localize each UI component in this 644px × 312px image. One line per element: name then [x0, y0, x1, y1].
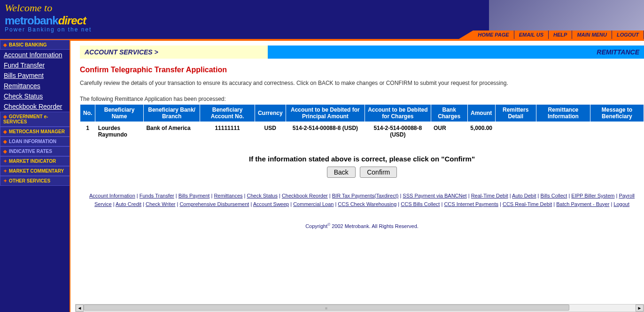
col-currency: Currency [255, 105, 286, 122]
footer-link[interactable]: Account Sweep [253, 201, 289, 207]
col-no: No. [80, 105, 95, 122]
sidebar-section-label: INDICATIVE RATES [9, 149, 52, 154]
footer-link[interactable]: Bills Payment [178, 193, 210, 198]
cell-beneficiary-name: Lourdes Raymundo [95, 122, 144, 141]
footer-link[interactable]: CCS Check Warehousing [338, 201, 396, 207]
nav-mainmenu[interactable]: MAIN MENU [572, 30, 612, 39]
nav-logout[interactable]: LOGOUT [612, 30, 644, 39]
col-remitters-detail: Remitters Detail [495, 105, 536, 122]
cell-amount: 5,000.00 [467, 122, 495, 141]
bullet-icon: ◆ [3, 139, 7, 144]
sidebar-item-check-status[interactable]: Check Status [0, 91, 70, 101]
col-debit-principal: Account to be Debited for Principal Amou… [286, 105, 365, 122]
footer-link[interactable]: Commercial Loan [293, 201, 334, 207]
sidebar-item-remittances[interactable]: Remittances [0, 81, 70, 91]
page-subtitle: Confirm Telegraphic Transfer Application [80, 66, 644, 74]
nav-email[interactable]: EMAIL US [514, 30, 549, 39]
scroll-left-arrow-icon[interactable]: ◄ [76, 304, 84, 312]
button-row: Back Confirm [80, 167, 644, 178]
sidebar-section-other[interactable]: ✦OTHER SERVICES [0, 176, 70, 186]
sidebar-item-account-info[interactable]: Account Information [0, 50, 70, 60]
back-button[interactable]: Back [327, 167, 356, 178]
footer-link[interactable]: Bills Collect [540, 193, 567, 198]
footer-link[interactable]: EIPP Biller System [571, 193, 614, 198]
col-debit-charges: Account to be Debited for Charges [365, 105, 431, 122]
footer-link[interactable]: CCS Bills Collect [401, 201, 440, 207]
footer-link[interactable]: Remittances [214, 193, 242, 198]
bullet-icon: ✦ [3, 159, 7, 164]
keyboard-image [489, 0, 644, 30]
horizontal-scrollbar[interactable]: ◄ ≡ ► [75, 304, 644, 312]
bullet-icon: ◆ [3, 129, 7, 134]
sidebar-section-basic[interactable]: ◆BASIC BANKING [0, 40, 70, 50]
table-header-row: No. Beneficiary Name Beneficiary Bank/ B… [80, 105, 644, 122]
footer-link[interactable]: Check Status [247, 193, 278, 198]
footer-link[interactable]: CCS Internet Payments [444, 201, 498, 207]
cell-remitters [495, 122, 536, 141]
footer-links: Account Information | Funds Transfer | B… [80, 192, 644, 208]
cell-no: 1 [80, 122, 95, 141]
footer-link[interactable]: Batch Payment - Buyer [556, 201, 609, 207]
sidebar-section-metrocash[interactable]: ◆METROCASH MANAGER [0, 127, 70, 137]
scroll-grip-icon: ≡ [325, 306, 328, 311]
logo-suffix: direct [58, 14, 86, 27]
logo-main: metrobank [5, 14, 58, 27]
cell-currency: USD [255, 122, 286, 141]
sidebar-item-checkbook-reorder[interactable]: Checkbook Reorder [0, 101, 70, 112]
main-content: ACCOUNT SERVICES > REMITTANCE Confirm Te… [70, 40, 644, 312]
sidebar-item-bills-payment[interactable]: Bills Payment [0, 70, 70, 81]
confirm-button[interactable]: Confirm [360, 167, 397, 178]
bullet-icon: ◆ [3, 149, 7, 154]
footer-link[interactable]: SSS Payment via BANCNet [403, 193, 466, 198]
footer-link[interactable]: Auto Credit [116, 201, 141, 207]
sidebar-section-label: LOAN INFORMATION [9, 139, 56, 144]
col-beneficiary-name: Beneficiary Name [95, 105, 144, 122]
sidebar-section-label: METROCASH MANAGER [9, 129, 65, 134]
scroll-track[interactable]: ≡ [84, 304, 636, 312]
nav-home[interactable]: HOME PAGE [473, 30, 514, 39]
sidebar-section-label: GOVERNMENT e-SERVICES [3, 114, 48, 124]
scroll-thumb[interactable]: ≡ [84, 304, 569, 311]
sidebar-section-label: MARKET INDICATOR [9, 159, 56, 164]
footer-link[interactable]: Auto Debit [512, 193, 536, 198]
cell-debit-charges: 514-2-514-00088-8 (USD) [365, 122, 431, 141]
cell-beneficiary-bank: Bank of America [143, 122, 200, 141]
bullet-icon: ◆ [3, 42, 7, 47]
instruction-text: Carefully review the details of your tra… [80, 80, 644, 86]
processed-note: The following Remittance Application has… [80, 96, 644, 102]
header-bar: Welcome to metrobankdirect Power Banking… [0, 0, 644, 40]
sidebar-section-gov[interactable]: ◆GOVERNMENT e-SERVICES [0, 112, 70, 127]
confirm-prompt: If the information stated above is corre… [80, 155, 644, 163]
sidebar-section-loan[interactable]: ◆LOAN INFORMATION [0, 137, 70, 146]
sidebar-section-label: BASIC BANKING [9, 42, 47, 47]
sidebar-item-fund-transfer[interactable]: Fund Transfer [0, 60, 70, 70]
breadcrumb: ACCOUNT SERVICES > [80, 46, 268, 59]
footer-link[interactable]: Funds Transfer [140, 193, 174, 198]
cell-beneficiary-account: 11111111 [200, 122, 255, 141]
sidebar-section-label: OTHER SERVICES [9, 178, 50, 183]
col-beneficiary-account: Beneficiary Account No. [200, 105, 255, 122]
cell-debit-principal: 514-2-514-00088-8 (USD) [286, 122, 365, 141]
scroll-right-arrow-icon[interactable]: ► [636, 304, 644, 312]
table-row: 1 Lourdes Raymundo Bank of America 11111… [80, 122, 644, 141]
title-bar: ACCOUNT SERVICES > REMITTANCE [80, 46, 644, 59]
sidebar-section-rates[interactable]: ◆INDICATIVE RATES [0, 146, 70, 156]
nav-slant-decoration [459, 30, 473, 39]
footer-link[interactable]: Checkbook Reorder [282, 193, 328, 198]
footer-link[interactable]: BIR Tax Payments(Taxdirect) [332, 193, 399, 198]
footer-link[interactable]: Real-Time Debit [471, 193, 508, 198]
footer-link[interactable]: CCS Real-Time Debit [503, 201, 552, 207]
header-nav: HOME PAGE EMAIL US HELP MAIN MENU LOGOUT [459, 30, 644, 39]
copyright-pre: Copyright [305, 223, 327, 229]
sidebar-section-market-indicator[interactable]: ✦MARKET INDICATOR [0, 156, 70, 166]
nav-help[interactable]: HELP [549, 30, 572, 39]
bullet-icon: ✦ [3, 168, 7, 174]
sidebar: ◆BASIC BANKING Account Information Fund … [0, 40, 70, 312]
sidebar-section-market-commentary[interactable]: ✦MARKET COMMENTARY [0, 166, 70, 176]
footer-link[interactable]: Logout [613, 201, 629, 207]
footer-link[interactable]: Account Information [89, 193, 135, 198]
col-bank-charges: Bank Charges [431, 105, 467, 122]
footer-link[interactable]: Check Writer [146, 201, 175, 207]
footer-link[interactable]: Comprehensive Disbursement [179, 201, 249, 207]
bullet-icon: ✦ [3, 178, 7, 183]
